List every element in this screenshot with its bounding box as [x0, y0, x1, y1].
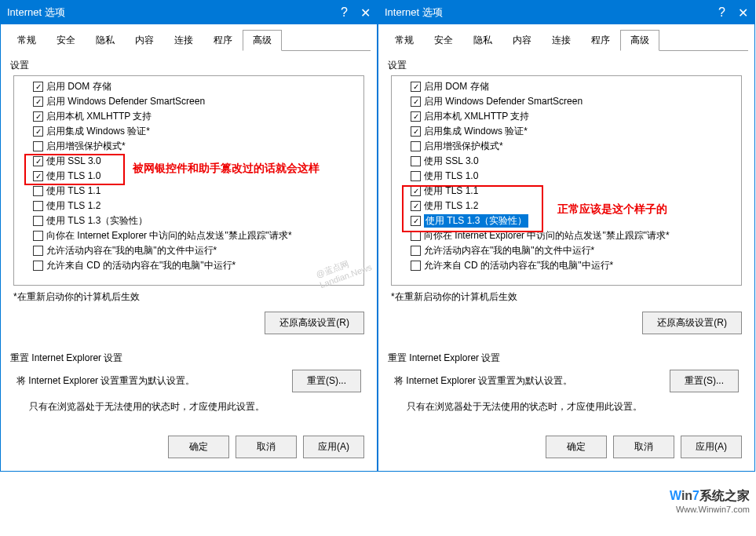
settings-label: 设置	[388, 59, 748, 72]
setting-item[interactable]: 启用 Windows Defender SmartScreen	[395, 94, 738, 109]
tab-程序[interactable]: 程序	[581, 30, 620, 51]
apply-button[interactable]: 应用(A)	[303, 436, 364, 458]
ok-button[interactable]: 确定	[546, 436, 607, 458]
settings-label: 设置	[10, 59, 371, 72]
setting-item[interactable]: 使用 TLS 1.1	[17, 184, 360, 199]
checkbox-icon[interactable]	[33, 111, 43, 122]
tab-连接[interactable]: 连接	[542, 30, 581, 51]
titlebar: Internet 选项 ? ✕	[1, 1, 377, 24]
cancel-button[interactable]: 取消	[613, 436, 674, 458]
close-icon[interactable]: ✕	[738, 5, 748, 20]
checkbox-icon[interactable]	[411, 82, 421, 92]
setting-item[interactable]: 使用 TLS 1.0	[395, 169, 738, 184]
tab-内容[interactable]: 内容	[125, 30, 164, 51]
tab-常规[interactable]: 常规	[7, 30, 46, 51]
setting-item[interactable]: 启用增强保护模式*	[395, 139, 738, 154]
tab-安全[interactable]: 安全	[46, 30, 86, 51]
checkbox-icon[interactable]	[411, 246, 421, 256]
checkbox-icon[interactable]	[411, 156, 421, 166]
checkbox-icon[interactable]	[411, 216, 421, 226]
checkbox-icon[interactable]	[411, 126, 421, 137]
close-icon[interactable]: ✕	[360, 5, 371, 20]
setting-item[interactable]: 允许来自 CD 的活动内容在"我的电脑"中运行*	[17, 258, 360, 273]
checkbox-icon[interactable]	[33, 231, 43, 241]
apply-button[interactable]: 应用(A)	[681, 436, 742, 458]
setting-label: 使用 SSL 3.0	[424, 155, 479, 168]
setting-label: 启用集成 Windows 验证*	[424, 125, 528, 138]
checkbox-icon[interactable]	[33, 171, 43, 181]
setting-label: 使用 SSL 3.0	[46, 155, 101, 168]
help-icon[interactable]: ?	[341, 5, 348, 20]
setting-item[interactable]: 允许活动内容在"我的电脑"的文件中运行*	[17, 243, 360, 258]
checkbox-icon[interactable]	[411, 141, 421, 151]
checkbox-icon[interactable]	[33, 261, 43, 271]
restore-advanced-button[interactable]: 还原高级设置(R)	[642, 312, 742, 334]
setting-item[interactable]: 使用 TLS 1.1	[395, 184, 738, 199]
setting-item[interactable]: 允许活动内容在"我的电脑"的文件中运行*	[395, 243, 738, 258]
setting-item[interactable]: 向你在 Internet Explorer 中访问的站点发送"禁止跟踪"请求*	[17, 228, 360, 243]
checkbox-icon[interactable]	[33, 141, 43, 151]
tab-高级[interactable]: 高级	[620, 30, 659, 51]
ok-button[interactable]: 确定	[168, 436, 229, 458]
restart-note: *在重新启动你的计算机后生效	[13, 290, 364, 304]
setting-item[interactable]: 使用 SSL 3.0	[395, 154, 738, 169]
setting-item[interactable]: 允许来自 CD 的活动内容在"我的电脑"中运行*	[395, 258, 738, 273]
checkbox-icon[interactable]	[33, 201, 43, 211]
setting-item[interactable]: 启用集成 Windows 验证*	[17, 124, 360, 139]
setting-item[interactable]: 使用 TLS 1.2	[17, 199, 360, 213]
setting-label: 使用 TLS 1.0	[424, 170, 478, 183]
annotation-text: 被网银控件和助手篡改过的话就会这样	[133, 162, 320, 176]
tab-隐私[interactable]: 隐私	[86, 30, 125, 51]
setting-label: 启用 DOM 存储	[424, 80, 489, 93]
tab-程序[interactable]: 程序	[203, 30, 243, 51]
setting-label: 允许来自 CD 的活动内容在"我的电脑"中运行*	[424, 259, 613, 272]
setting-label: 启用增强保护模式*	[424, 140, 503, 153]
tab-隐私[interactable]: 隐私	[463, 30, 502, 51]
dialog-right: Internet 选项 ? ✕ 常规安全隐私内容连接程序高级 设置 启用 DOM…	[378, 0, 755, 472]
restore-advanced-button[interactable]: 还原高级设置(R)	[265, 312, 364, 334]
checkbox-icon[interactable]	[33, 216, 43, 226]
checkbox-icon[interactable]	[33, 186, 43, 196]
tab-高级[interactable]: 高级	[243, 30, 282, 51]
setting-label: 向你在 Internet Explorer 中访问的站点发送"禁止跟踪"请求*	[424, 229, 670, 242]
reset-section: 重置 Internet Explorer 设置 将 Internet Explo…	[7, 344, 371, 429]
setting-item[interactable]: 启用 Windows Defender SmartScreen	[17, 94, 360, 109]
tab-常规[interactable]: 常规	[385, 30, 424, 51]
setting-item[interactable]: 启用 DOM 存储	[395, 79, 738, 94]
setting-label: 使用 TLS 1.3（实验性）	[424, 214, 528, 228]
checkbox-icon[interactable]	[411, 231, 421, 241]
settings-listbox[interactable]: 启用 DOM 存储启用 Windows Defender SmartScreen…	[391, 75, 742, 286]
dialog-body: 常规安全隐私内容连接程序高级 设置 启用 DOM 存储启用 Windows De…	[378, 24, 754, 471]
setting-item[interactable]: 使用 TLS 1.3（实验性）	[17, 213, 360, 228]
tab-连接[interactable]: 连接	[164, 30, 203, 51]
help-icon[interactable]: ?	[718, 5, 725, 20]
checkbox-icon[interactable]	[33, 246, 43, 256]
setting-item[interactable]: 启用本机 XMLHTTP 支持	[395, 109, 738, 124]
checkbox-icon[interactable]	[411, 201, 421, 211]
checkbox-icon[interactable]	[33, 126, 43, 137]
cancel-button[interactable]: 取消	[236, 436, 297, 458]
window-title: Internet 选项	[7, 5, 341, 20]
setting-item[interactable]: 启用增强保护模式*	[17, 139, 360, 154]
setting-item[interactable]: 启用本机 XMLHTTP 支持	[17, 109, 360, 124]
setting-item[interactable]: 启用 DOM 存储	[17, 79, 360, 94]
setting-label: 使用 TLS 1.3（实验性）	[46, 214, 148, 228]
reset-description: 将 Internet Explorer 设置重置为默认设置。	[394, 374, 670, 388]
settings-listbox[interactable]: 启用 DOM 存储启用 Windows Defender SmartScreen…	[13, 75, 364, 286]
checkbox-icon[interactable]	[33, 82, 43, 92]
setting-item[interactable]: 向你在 Internet Explorer 中访问的站点发送"禁止跟踪"请求*	[395, 228, 738, 243]
setting-label: 使用 TLS 1.2	[46, 199, 100, 213]
checkbox-icon[interactable]	[411, 111, 421, 122]
checkbox-icon[interactable]	[411, 171, 421, 181]
tab-内容[interactable]: 内容	[502, 30, 542, 51]
reset-button[interactable]: 重置(S)...	[670, 370, 739, 392]
checkbox-icon[interactable]	[33, 156, 43, 166]
tab-安全[interactable]: 安全	[424, 30, 463, 51]
checkbox-icon[interactable]	[411, 261, 421, 271]
checkbox-icon[interactable]	[33, 97, 43, 107]
setting-item[interactable]: 启用集成 Windows 验证*	[395, 124, 738, 139]
checkbox-icon[interactable]	[411, 186, 421, 196]
reset-button[interactable]: 重置(S)...	[292, 370, 361, 392]
reset-section: 重置 Internet Explorer 设置 将 Internet Explo…	[385, 344, 748, 429]
checkbox-icon[interactable]	[411, 97, 421, 107]
